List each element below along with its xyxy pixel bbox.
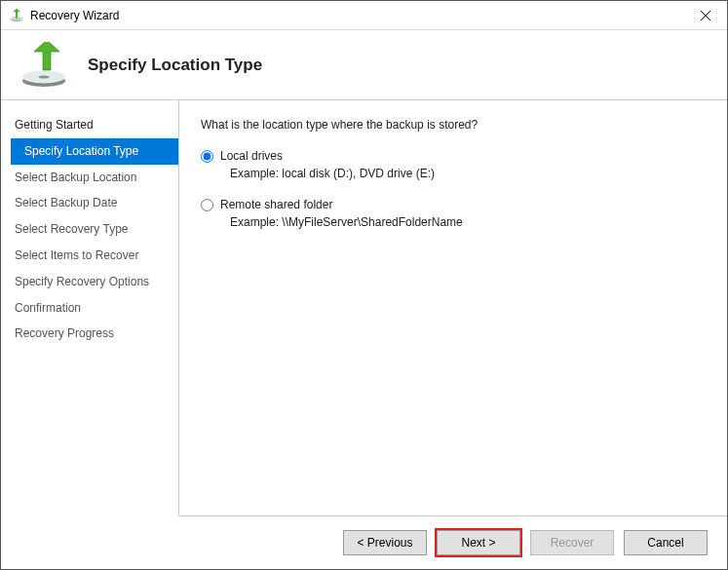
sidebar-item-confirmation[interactable]: Confirmation xyxy=(1,295,178,322)
page-title: Specify Location Type xyxy=(88,56,262,75)
radio-local-drives[interactable] xyxy=(201,150,213,163)
window-title: Recovery Wizard xyxy=(30,9,683,22)
sidebar-item-select-recovery-type[interactable]: Select Recovery Type xyxy=(1,216,178,243)
previous-button[interactable]: < Previous xyxy=(343,530,427,555)
wizard-steps-sidebar: Getting Started Specify Location Type Se… xyxy=(1,100,179,515)
sidebar-item-label: Select Backup Location xyxy=(15,171,136,184)
option-label: Local drives xyxy=(220,149,283,163)
option-row-local-drives[interactable]: Local drives xyxy=(201,149,706,163)
content-prompt: What is the location type where the back… xyxy=(201,118,706,132)
svg-point-5 xyxy=(39,75,50,78)
svg-point-2 xyxy=(15,18,18,19)
option-example-local: Example: local disk (D:), DVD drive (E:) xyxy=(230,167,706,180)
sidebar-item-label: Specify Recovery Options xyxy=(15,275,149,288)
option-label: Remote shared folder xyxy=(220,198,332,211)
cancel-button[interactable]: Cancel xyxy=(624,530,708,555)
recover-button[interactable]: Recover xyxy=(530,530,614,555)
option-row-remote-shared[interactable]: Remote shared folder xyxy=(201,198,706,211)
next-button[interactable]: Next > xyxy=(437,530,520,555)
sidebar-item-select-backup-location[interactable]: Select Backup Location xyxy=(1,165,178,191)
wizard-footer: < Previous Next > Recover Cancel xyxy=(179,515,727,569)
option-remote-shared-folder: Remote shared folder Example: \\MyFileSe… xyxy=(201,198,706,229)
sidebar-item-specify-recovery-options[interactable]: Specify Recovery Options xyxy=(1,269,178,295)
sidebar-item-label: Specify Location Type xyxy=(24,144,138,158)
radio-remote-shared-folder[interactable] xyxy=(201,199,213,211)
option-local-drives: Local drives Example: local disk (D:), D… xyxy=(201,149,706,180)
sidebar-item-specify-location-type[interactable]: Specify Location Type xyxy=(11,138,178,165)
sidebar-item-recovery-progress[interactable]: Recovery Progress xyxy=(1,321,178,347)
recovery-wizard-icon xyxy=(9,8,24,23)
wizard-content: What is the location type where the back… xyxy=(179,100,727,515)
sidebar-item-select-items-to-recover[interactable]: Select Items to Recover xyxy=(1,243,178,269)
close-button[interactable] xyxy=(683,1,727,30)
sidebar-item-getting-started[interactable]: Getting Started xyxy=(1,112,178,138)
sidebar-item-label: Recovery Progress xyxy=(15,326,114,340)
wizard-header: Specify Location Type xyxy=(1,30,727,100)
option-example-remote: Example: \\MyFileServer\SharedFolderName xyxy=(230,215,706,229)
sidebar-item-label: Getting Started xyxy=(15,118,94,132)
titlebar: Recovery Wizard xyxy=(1,1,727,30)
sidebar-item-label: Select Backup Date xyxy=(15,196,117,209)
sidebar-item-label: Select Items to Recover xyxy=(15,248,138,262)
sidebar-item-label: Select Recovery Type xyxy=(15,222,129,236)
wizard-body: Getting Started Specify Location Type Se… xyxy=(1,100,727,515)
recovery-header-icon xyxy=(19,42,72,89)
sidebar-item-label: Confirmation xyxy=(15,301,81,315)
sidebar-item-select-backup-date[interactable]: Select Backup Date xyxy=(1,190,178,216)
